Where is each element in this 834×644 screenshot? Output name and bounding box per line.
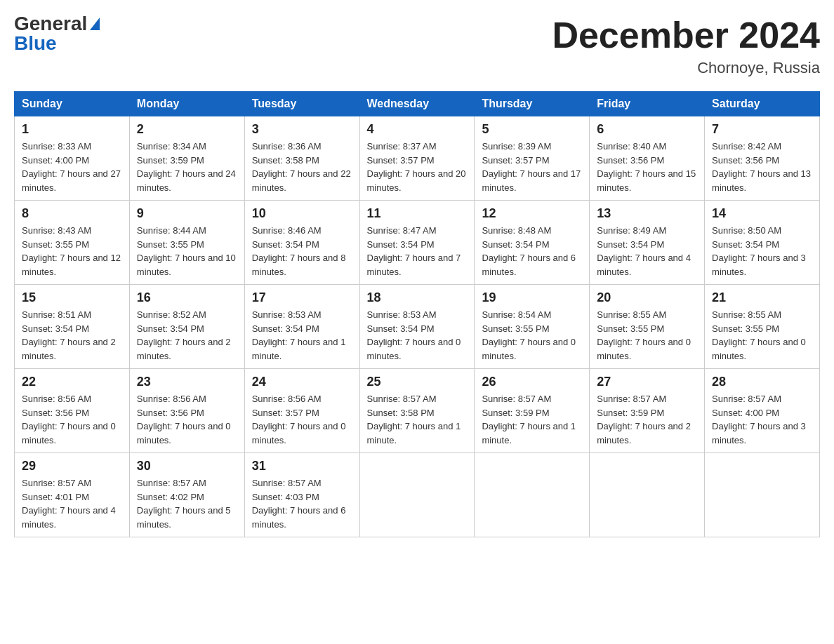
calendar-cell: 28Sunrise: 8:57 AMSunset: 4:00 PMDayligh… [705, 369, 820, 453]
calendar-cell: 6Sunrise: 8:40 AMSunset: 3:56 PMDaylight… [590, 116, 705, 201]
day-info: Sunrise: 8:42 AMSunset: 3:56 PMDaylight:… [712, 140, 812, 194]
day-info: Sunrise: 8:57 AMSunset: 4:00 PMDaylight:… [712, 392, 812, 447]
calendar-cell [359, 453, 475, 537]
day-number: 8 [22, 206, 122, 221]
day-info: Sunrise: 8:56 AMSunset: 3:56 PMDaylight:… [22, 392, 122, 447]
day-number: 20 [597, 290, 697, 305]
col-header-sunday: Sunday [15, 92, 130, 116]
day-info: Sunrise: 8:52 AMSunset: 3:54 PMDaylight:… [137, 308, 237, 363]
day-number: 19 [482, 290, 582, 305]
day-info: Sunrise: 8:40 AMSunset: 3:56 PMDaylight:… [597, 140, 697, 194]
calendar-cell: 7Sunrise: 8:42 AMSunset: 3:56 PMDaylight… [705, 116, 820, 201]
day-info: Sunrise: 8:44 AMSunset: 3:55 PMDaylight:… [137, 224, 237, 279]
calendar-cell [590, 453, 705, 537]
calendar-header-row: SundayMondayTuesdayWednesdayThursdayFrid… [15, 92, 820, 116]
logo-blue-text: Blue [14, 34, 57, 53]
day-number: 13 [597, 206, 697, 221]
day-number: 1 [22, 122, 122, 137]
calendar-cell: 1Sunrise: 8:33 AMSunset: 4:00 PMDaylight… [15, 116, 130, 201]
calendar-cell: 13Sunrise: 8:49 AMSunset: 3:54 PMDayligh… [590, 201, 705, 285]
calendar-cell [705, 453, 820, 537]
day-number: 5 [482, 122, 582, 137]
day-number: 3 [252, 122, 352, 137]
calendar-cell: 9Sunrise: 8:44 AMSunset: 3:55 PMDaylight… [129, 201, 244, 285]
day-info: Sunrise: 8:57 AMSunset: 3:59 PMDaylight:… [482, 392, 582, 447]
calendar-cell: 27Sunrise: 8:57 AMSunset: 3:59 PMDayligh… [590, 369, 705, 453]
day-info: Sunrise: 8:53 AMSunset: 3:54 PMDaylight:… [367, 308, 468, 363]
day-info: Sunrise: 8:36 AMSunset: 3:58 PMDaylight:… [252, 140, 352, 194]
calendar-cell: 5Sunrise: 8:39 AMSunset: 3:57 PMDaylight… [475, 116, 590, 201]
day-info: Sunrise: 8:39 AMSunset: 3:57 PMDaylight:… [482, 140, 582, 194]
day-number: 2 [137, 122, 237, 137]
calendar-cell: 8Sunrise: 8:43 AMSunset: 3:55 PMDaylight… [15, 201, 130, 285]
col-header-monday: Monday [129, 92, 244, 116]
day-info: Sunrise: 8:48 AMSunset: 3:54 PMDaylight:… [482, 224, 582, 279]
day-number: 16 [137, 290, 237, 305]
day-number: 25 [367, 375, 468, 389]
calendar-week-row: 29Sunrise: 8:57 AMSunset: 4:01 PMDayligh… [15, 453, 820, 537]
day-info: Sunrise: 8:55 AMSunset: 3:55 PMDaylight:… [597, 308, 697, 363]
col-header-thursday: Thursday [475, 92, 590, 116]
day-info: Sunrise: 8:57 AMSunset: 4:03 PMDaylight:… [252, 476, 352, 531]
title-block: December 2024 Chornoye, Russia [552, 14, 820, 77]
calendar-cell: 15Sunrise: 8:51 AMSunset: 3:54 PMDayligh… [15, 285, 130, 369]
calendar-cell: 23Sunrise: 8:56 AMSunset: 3:56 PMDayligh… [129, 369, 244, 453]
day-number: 18 [367, 290, 468, 305]
day-info: Sunrise: 8:34 AMSunset: 3:59 PMDaylight:… [137, 140, 237, 194]
day-number: 7 [712, 122, 812, 137]
day-number: 15 [22, 290, 122, 305]
day-number: 27 [597, 375, 697, 389]
calendar-cell [475, 453, 590, 537]
calendar-cell: 26Sunrise: 8:57 AMSunset: 3:59 PMDayligh… [475, 369, 590, 453]
calendar-cell: 19Sunrise: 8:54 AMSunset: 3:55 PMDayligh… [475, 285, 590, 369]
day-number: 11 [367, 206, 468, 221]
day-number: 29 [22, 459, 122, 474]
day-number: 23 [137, 375, 237, 389]
calendar-cell: 25Sunrise: 8:57 AMSunset: 3:58 PMDayligh… [359, 369, 475, 453]
calendar-week-row: 8Sunrise: 8:43 AMSunset: 3:55 PMDaylight… [15, 201, 820, 285]
day-info: Sunrise: 8:43 AMSunset: 3:55 PMDaylight:… [22, 224, 122, 279]
day-info: Sunrise: 8:50 AMSunset: 3:54 PMDaylight:… [712, 224, 812, 279]
day-info: Sunrise: 8:46 AMSunset: 3:54 PMDaylight:… [252, 224, 352, 279]
day-number: 6 [597, 122, 697, 137]
calendar-week-row: 15Sunrise: 8:51 AMSunset: 3:54 PMDayligh… [15, 285, 820, 369]
calendar-title: December 2024 [552, 14, 820, 56]
calendar-cell: 21Sunrise: 8:55 AMSunset: 3:55 PMDayligh… [705, 285, 820, 369]
calendar-cell: 10Sunrise: 8:46 AMSunset: 3:54 PMDayligh… [244, 201, 359, 285]
day-number: 28 [712, 375, 812, 389]
day-info: Sunrise: 8:53 AMSunset: 3:54 PMDaylight:… [252, 308, 352, 363]
day-info: Sunrise: 8:49 AMSunset: 3:54 PMDaylight:… [597, 224, 697, 279]
calendar-cell: 2Sunrise: 8:34 AMSunset: 3:59 PMDaylight… [129, 116, 244, 201]
day-info: Sunrise: 8:47 AMSunset: 3:54 PMDaylight:… [367, 224, 468, 279]
day-info: Sunrise: 8:56 AMSunset: 3:56 PMDaylight:… [137, 392, 237, 447]
calendar-cell: 31Sunrise: 8:57 AMSunset: 4:03 PMDayligh… [244, 453, 359, 537]
col-header-wednesday: Wednesday [359, 92, 475, 116]
calendar-cell: 18Sunrise: 8:53 AMSunset: 3:54 PMDayligh… [359, 285, 475, 369]
day-info: Sunrise: 8:37 AMSunset: 3:57 PMDaylight:… [367, 140, 468, 194]
day-number: 12 [482, 206, 582, 221]
day-info: Sunrise: 8:56 AMSunset: 3:57 PMDaylight:… [252, 392, 352, 447]
logo-general-text: General [14, 14, 87, 34]
col-header-saturday: Saturday [705, 92, 820, 116]
logo: General Blue [14, 14, 100, 53]
day-info: Sunrise: 8:33 AMSunset: 4:00 PMDaylight:… [22, 140, 122, 194]
calendar-cell: 3Sunrise: 8:36 AMSunset: 3:58 PMDaylight… [244, 116, 359, 201]
day-number: 17 [252, 290, 352, 305]
day-number: 22 [22, 375, 122, 389]
day-number: 24 [252, 375, 352, 389]
day-number: 30 [137, 459, 237, 474]
page-header: General Blue December 2024 Chornoye, Rus… [14, 14, 820, 77]
col-header-tuesday: Tuesday [244, 92, 359, 116]
calendar-week-row: 1Sunrise: 8:33 AMSunset: 4:00 PMDaylight… [15, 116, 820, 201]
calendar-cell: 29Sunrise: 8:57 AMSunset: 4:01 PMDayligh… [15, 453, 130, 537]
calendar-cell: 16Sunrise: 8:52 AMSunset: 3:54 PMDayligh… [129, 285, 244, 369]
day-number: 14 [712, 206, 812, 221]
calendar-cell: 20Sunrise: 8:55 AMSunset: 3:55 PMDayligh… [590, 285, 705, 369]
calendar-subtitle: Chornoye, Russia [552, 59, 820, 77]
day-info: Sunrise: 8:57 AMSunset: 4:01 PMDaylight:… [22, 476, 122, 531]
day-info: Sunrise: 8:57 AMSunset: 4:02 PMDaylight:… [137, 476, 237, 531]
day-number: 9 [137, 206, 237, 221]
day-number: 26 [482, 375, 582, 389]
calendar-cell: 30Sunrise: 8:57 AMSunset: 4:02 PMDayligh… [129, 453, 244, 537]
calendar-table: SundayMondayTuesdayWednesdayThursdayFrid… [14, 91, 820, 537]
